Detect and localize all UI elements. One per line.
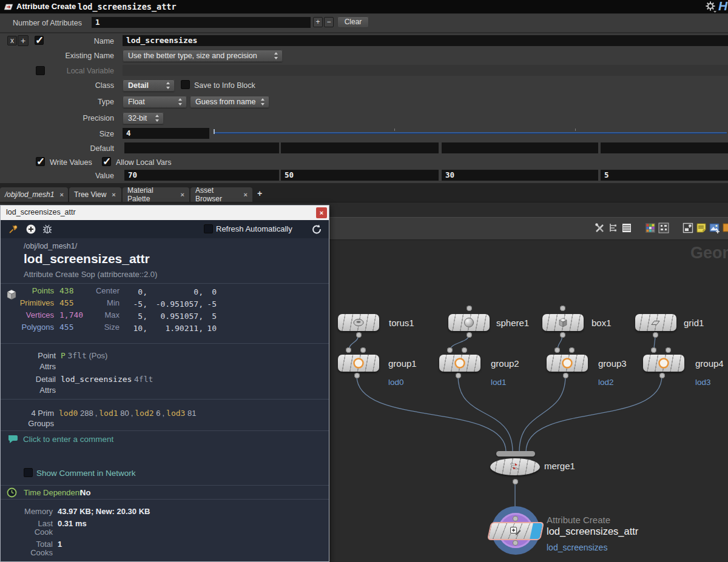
detail-attrs-label: Detail [1,375,56,384]
max-label: Max [86,310,120,319]
value-field-2[interactable]: 50 [281,170,439,181]
class-label: Class [0,81,114,90]
polygons-value: 455 [59,323,73,332]
save-info-block-checkbox[interactable] [181,80,190,89]
type-hint-dropdown[interactable]: Guess from name [190,96,269,108]
gear-icon[interactable] [705,1,717,13]
node-box1[interactable] [542,314,584,331]
torus-icon [352,317,365,328]
num-attrs-field[interactable]: 1 [92,17,311,28]
close-tab-icon[interactable]: × [59,191,63,198]
output-connector[interactable] [513,540,518,546]
value-field-1[interactable]: 70 [124,170,279,181]
spinner-arrows-icon [274,52,278,59]
default-field-4[interactable] [601,142,728,153]
close-tab-icon[interactable]: × [181,191,184,198]
node-group1[interactable] [338,355,379,372]
spinner-arrows-icon [178,98,183,105]
close-tab-icon[interactable]: × [112,191,115,198]
close-window-button[interactable]: × [316,207,327,218]
info-node-title: lod_screensizes_attr [24,252,150,266]
node-sphere1[interactable] [448,314,490,331]
input-connector[interactable] [569,347,575,353]
input-connector[interactable] [554,347,560,353]
output-connector[interactable] [560,332,565,338]
output-connector[interactable] [659,373,665,378]
parameter-titlebar: Attribute Create lod_screensizes_attr H [0,0,728,14]
node-torus1[interactable] [338,314,379,331]
tab-tree-view[interactable]: Tree View × [69,187,121,202]
display-flag[interactable] [530,523,543,539]
add-tab-button[interactable]: + [257,189,262,198]
node-lod-screensizes-attr[interactable] [487,522,544,540]
center-label: Center [86,286,120,295]
total-cooks-sub: Cooks [1,548,53,557]
output-connector[interactable] [513,479,518,484]
node-grid1[interactable] [635,314,676,331]
refresh-icon[interactable] [311,224,322,235]
name-field[interactable]: lod_screensizes [123,35,728,46]
output-connector[interactable] [467,332,472,338]
info-header-section: /obj/lod_mesh1/ lod_screensizes_attr Att… [1,238,329,284]
node-group3[interactable] [547,355,588,372]
refresh-auto-checkbox[interactable] [204,224,213,233]
precision-dropdown[interactable]: 32-bit [123,112,164,124]
node-group4[interactable] [643,355,684,372]
polygons-label: Polygons [13,323,54,332]
value-field-3[interactable]: 30 [442,170,598,181]
comment-placeholder[interactable]: Click to enter a comment [23,435,113,444]
node-group2[interactable] [439,355,480,372]
input-connector[interactable] [666,347,671,353]
size-field[interactable]: 4 [123,128,209,139]
group-icon [561,357,573,369]
input-connector[interactable] [513,516,518,521]
node-name-field[interactable]: lod_screensizes_attr [78,2,177,12]
input-connector[interactable] [560,306,565,311]
local-variable-field[interactable] [123,65,728,76]
node-comment: lod1 [491,378,507,387]
class-dropdown[interactable]: Detail [123,79,175,92]
parameter-pane: Attribute Create lod_screensizes_attr H … [0,0,728,183]
input-connector[interactable] [467,306,472,311]
output-connector[interactable] [456,373,461,378]
close-tab-icon[interactable]: × [244,191,248,198]
increment-button[interactable]: + [313,17,323,27]
node-type-title: Attribute Create [16,2,76,11]
input-connector[interactable] [462,347,467,353]
existing-name-dropdown[interactable]: Use the better type, size and precision [123,50,283,62]
type-dropdown[interactable]: Float [123,96,187,108]
default-field-2[interactable] [281,142,439,153]
point-attrs-label: Point [1,351,56,360]
input-connector[interactable] [447,347,453,353]
node-merge1[interactable] [490,458,540,475]
output-connector[interactable] [563,373,568,378]
merge-multi-input[interactable] [496,451,535,457]
output-connector[interactable] [653,332,658,338]
tab-asset-browser[interactable]: Asset Browser × [190,187,252,202]
size-slider[interactable] [214,132,727,134]
prim-groups-label: 4 Prim [1,409,54,418]
clear-button[interactable]: Clear [337,16,369,28]
value-field-4[interactable]: 5 [601,170,728,181]
pin-icon[interactable] [8,224,19,235]
vertices-value: 1,740 [59,310,83,319]
input-connector[interactable] [360,347,366,353]
output-connector[interactable] [354,373,360,378]
info-window-titlebar[interactable]: lod_screensizes_attr × [1,206,329,220]
geometry-stats-section: Points 438 Primitives 455 Vertices 1,740… [1,284,329,344]
pane-tab-bar: /obj/lod_mesh1 × Tree View × Material Pa… [0,183,728,202]
output-connector[interactable] [356,332,362,338]
allow-local-vars-checkbox[interactable] [102,157,111,166]
bug-icon[interactable] [42,224,53,235]
show-comment-checkbox[interactable] [24,468,33,477]
decrement-button[interactable]: − [324,17,334,27]
write-values-checkbox[interactable] [36,157,45,166]
tab-obj-lod-mesh1[interactable]: /obj/lod_mesh1 × [0,187,68,202]
input-connector[interactable] [346,347,351,353]
tab-material-palette[interactable]: Material Palette × [123,187,189,202]
input-connector[interactable] [651,347,656,353]
slider-handle[interactable] [214,129,215,134]
default-field-1[interactable] [124,142,279,153]
default-field-3[interactable] [442,142,598,153]
add-section-icon[interactable] [25,224,36,235]
